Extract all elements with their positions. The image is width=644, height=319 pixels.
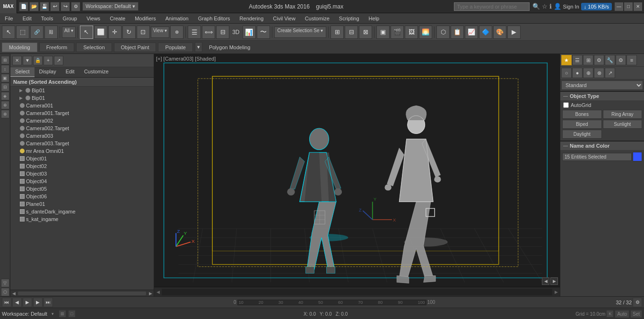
save-btn[interactable]: 💾: [40, 2, 49, 11]
timeline-settings-btn[interactable]: ⚙: [633, 298, 642, 307]
scene-tab-edit[interactable]: Edit: [61, 67, 79, 77]
name-input[interactable]: [562, 153, 632, 161]
select-region-btn[interactable]: ⬚: [16, 26, 29, 39]
viewport-nav-left[interactable]: ◀: [542, 277, 549, 285]
move-btn[interactable]: ✛: [108, 26, 122, 39]
right-icon-grid[interactable]: ⊞: [583, 55, 593, 65]
scene-item-camera001t[interactable]: Camera001.Target: [10, 109, 154, 117]
left-icon-1[interactable]: ⊞: [1, 56, 9, 64]
key-next-btn[interactable]: ▶: [33, 298, 43, 307]
timeline-left-scroll[interactable]: ◀: [154, 288, 162, 296]
render-setup-btn[interactable]: 🎬: [391, 26, 404, 39]
curve-btn[interactable]: 〜: [257, 26, 270, 39]
tab-freeform[interactable]: Freeform: [39, 43, 75, 52]
scene-item-obj06[interactable]: Object06: [10, 193, 154, 200]
ring-array-btn[interactable]: Ring Array: [603, 110, 643, 119]
close-btn[interactable]: ✕: [634, 2, 642, 11]
menu-group[interactable]: Group: [58, 15, 82, 22]
scene-item-obj05[interactable]: Object05: [10, 185, 154, 193]
name-color-header[interactable]: — Name and Color: [560, 142, 644, 150]
align-btn[interactable]: ⊟: [216, 26, 229, 39]
render-btn[interactable]: 🖼: [405, 26, 418, 39]
menu-file[interactable]: File: [0, 15, 18, 22]
right-icon-filled[interactable]: ●: [572, 68, 583, 78]
scene-item-bp01_1[interactable]: ▶Bip01: [10, 87, 154, 94]
scene-item-camera002t[interactable]: Camera002.Target: [10, 124, 154, 132]
info-icon[interactable]: ℹ: [549, 3, 552, 10]
left-icon-4[interactable]: ⊟: [1, 83, 9, 91]
workspace-icon-btn[interactable]: ⊞: [59, 310, 66, 318]
play-btn[interactable]: ▶: [23, 298, 32, 307]
menu-scripting[interactable]: Scripting: [334, 15, 364, 22]
right-icon-settings[interactable]: ⚙: [594, 55, 604, 65]
frame-track[interactable]: 10 20 30 40 50 60 70 80 90 100: [237, 300, 426, 305]
select-obj-btn[interactable]: ↖: [80, 26, 93, 39]
scale-btn[interactable]: ⊡: [137, 26, 150, 39]
autogrid-checkbox[interactable]: [563, 102, 569, 108]
scroll-left-btn[interactable]: ◀: [10, 290, 17, 297]
scene-item-obj01[interactable]: Object01: [10, 155, 154, 162]
left-icon-7[interactable]: ⊗: [1, 110, 9, 118]
menu-edit[interactable]: Edit: [18, 15, 36, 22]
scene-item-camera003t[interactable]: Camera003.Target: [10, 140, 154, 147]
timeline-right-scroll[interactable]: ▶: [552, 288, 560, 296]
key-prev-btn[interactable]: ◀: [12, 298, 22, 307]
scene-item-camera001[interactable]: Camera001: [10, 102, 154, 109]
menu-rendering[interactable]: Rendering: [235, 15, 269, 22]
rotate-btn[interactable]: ↻: [122, 26, 136, 39]
right-icon-x-circle[interactable]: ⊗: [594, 68, 604, 78]
menu-civil-view[interactable]: Civil View: [268, 15, 300, 22]
menu-modifiers[interactable]: Modifiers: [130, 15, 161, 22]
scene-item-obj03[interactable]: Object03: [10, 170, 154, 177]
viewport-nav-right[interactable]: ▶: [550, 277, 558, 285]
menu-views[interactable]: Views: [82, 15, 105, 22]
right-icon-arrow[interactable]: ↗: [605, 68, 615, 78]
scene-add-btn[interactable]: +: [44, 56, 53, 65]
menu-animation[interactable]: Animation: [161, 15, 193, 22]
snap-btn[interactable]: ⊞: [331, 26, 344, 39]
minimize-btn[interactable]: —: [615, 2, 623, 11]
right-icon-circle[interactable]: ○: [561, 68, 572, 78]
addkey-btn[interactable]: K: [606, 310, 614, 318]
named-sel-btn[interactable]: ▣: [376, 26, 390, 39]
layer-btn[interactable]: 📊: [243, 26, 256, 39]
scene-filter-btn[interactable]: ▼: [23, 56, 32, 65]
left-icon-3[interactable]: ▣: [1, 74, 9, 82]
select-btn[interactable]: ↖: [2, 26, 15, 39]
settings-btn[interactable]: ⚙: [71, 2, 80, 11]
setkey-btn[interactable]: Set: [630, 310, 642, 318]
select-region-btn2[interactable]: ⬜: [94, 26, 107, 39]
scene-tab-customize[interactable]: Customize: [79, 67, 113, 77]
scene-explorer-btn[interactable]: 📋: [451, 26, 464, 39]
daylight-btn[interactable]: Daylight: [562, 130, 602, 139]
unlink-btn[interactable]: ⛓: [44, 26, 58, 39]
maximize-btn[interactable]: □: [624, 2, 633, 11]
quick-render[interactable]: Create Selection Se ▾: [274, 27, 327, 38]
right-icon-star[interactable]: ★: [561, 55, 572, 65]
menu-customize[interactable]: Customize: [300, 15, 334, 22]
right-icon-plus-circle[interactable]: ⊕: [583, 68, 593, 78]
scene-close-btn[interactable]: ✕: [12, 56, 22, 65]
color-clip-btn[interactable]: 🎨: [493, 26, 506, 39]
material-editor-btn[interactable]: ⬡: [436, 26, 450, 39]
menu-help[interactable]: Help: [364, 15, 384, 22]
right-icon-wrench[interactable]: 🔧: [605, 55, 615, 65]
scene-item-mrarea[interactable]: mr Area Omni01: [10, 147, 154, 155]
new-file-btn[interactable]: 📄: [19, 2, 28, 11]
bookmark-icon[interactable]: ☆: [542, 3, 548, 10]
left-icon-2[interactable]: ↕: [1, 65, 9, 73]
workspace-selector[interactable]: Workspace: Default ▾: [82, 2, 139, 11]
scene-item-camera003[interactable]: Camera003: [10, 132, 154, 140]
scroll-right-btn[interactable]: ▶: [147, 290, 154, 297]
tab-selection[interactable]: Selection: [76, 43, 112, 52]
tab-modeling[interactable]: Modeling: [2, 43, 37, 52]
activeshade-btn[interactable]: 🌅: [419, 26, 432, 39]
right-icon-extra[interactable]: ≡: [627, 55, 637, 65]
h-scrollbar-track[interactable]: [18, 292, 146, 295]
right-icon-gear2[interactable]: ⚙: [616, 55, 626, 65]
play-prev-btn[interactable]: ⏮: [2, 298, 11, 307]
scene-item-skat[interactable]: s_kat_ingame: [10, 215, 154, 223]
timeline-track[interactable]: [162, 289, 552, 295]
menu-create[interactable]: Create: [105, 15, 130, 22]
link-btn[interactable]: 🔗: [30, 26, 44, 39]
